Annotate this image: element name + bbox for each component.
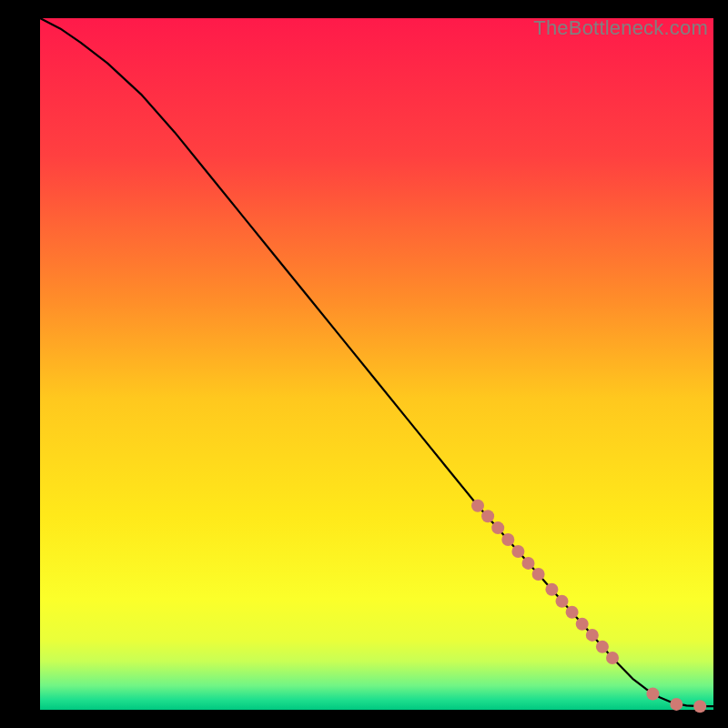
- data-marker: [481, 510, 494, 522]
- data-marker: [606, 652, 619, 664]
- chart-stage: TheBottleneck.com: [0, 0, 728, 728]
- bottleneck-curve: [40, 18, 713, 706]
- data-marker: [586, 629, 599, 642]
- data-marker: [532, 568, 545, 581]
- plot-area: TheBottleneck.com: [40, 18, 713, 710]
- data-marker: [576, 618, 589, 631]
- data-marker: [511, 545, 524, 558]
- chart-svg: [40, 18, 713, 710]
- data-marker: [670, 698, 682, 711]
- data-marker: [566, 606, 579, 619]
- data-marker: [693, 700, 706, 713]
- data-marker: [522, 557, 535, 570]
- marker-group: [471, 500, 706, 713]
- data-marker: [556, 595, 569, 608]
- data-marker: [646, 688, 659, 701]
- data-marker: [471, 500, 484, 512]
- data-marker: [596, 641, 609, 653]
- data-marker: [501, 533, 514, 546]
- data-marker: [545, 583, 558, 596]
- data-marker: [491, 521, 504, 534]
